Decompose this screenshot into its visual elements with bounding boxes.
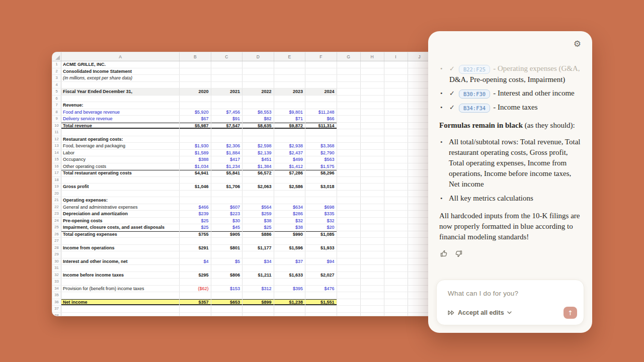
- cell-I2[interactable]: [384, 68, 408, 75]
- cell-G8[interactable]: [337, 109, 361, 116]
- cell-F15[interactable]: $563: [305, 156, 337, 163]
- column-header-E[interactable]: E: [274, 52, 306, 61]
- cell-A12[interactable]: Restaurant operating costs:: [61, 136, 180, 143]
- cell-C18[interactable]: [211, 177, 243, 184]
- cell-F10[interactable]: $11,314: [305, 123, 337, 129]
- row-number-21[interactable]: 21: [52, 197, 61, 204]
- cell-I35[interactable]: [384, 292, 408, 299]
- row-number-19[interactable]: 19: [52, 184, 61, 190]
- cell-C25[interactable]: $45: [211, 224, 243, 231]
- column-header-F[interactable]: F: [305, 52, 337, 61]
- cell-E15[interactable]: $499: [274, 156, 306, 163]
- cell-E31[interactable]: [274, 265, 306, 272]
- send-button[interactable]: ↑: [564, 307, 577, 319]
- cell-B7[interactable]: [180, 102, 211, 109]
- cell-H2[interactable]: [361, 68, 384, 75]
- cell-I27[interactable]: [384, 238, 408, 244]
- cell-F22[interactable]: $698: [305, 204, 337, 211]
- cell-I15[interactable]: [384, 156, 408, 163]
- cell-B29[interactable]: [180, 251, 211, 258]
- row-number-35[interactable]: 35: [52, 292, 61, 299]
- cell-C13[interactable]: $2,306: [211, 143, 243, 149]
- cell-G5[interactable]: [337, 88, 361, 95]
- cell-F7[interactable]: [305, 102, 337, 109]
- cell-F14[interactable]: $2,790: [305, 150, 337, 156]
- cell-E32[interactable]: $1,633: [274, 272, 306, 279]
- cell-C34[interactable]: $153: [211, 286, 243, 292]
- cell-A34[interactable]: Provision for (benefit from) income taxe…: [61, 286, 180, 292]
- cell-F1[interactable]: [305, 61, 337, 68]
- cell-G20[interactable]: [337, 191, 361, 197]
- cell-C33[interactable]: [211, 279, 243, 285]
- cell-C1[interactable]: [211, 61, 243, 68]
- cell-F30[interactable]: $94: [305, 258, 337, 265]
- cell-A9[interactable]: Delivery service revenue: [61, 116, 180, 122]
- row-number-37[interactable]: 37: [52, 306, 61, 312]
- cell-G21[interactable]: [337, 197, 361, 204]
- cell-A24[interactable]: Pre-opening costs: [61, 218, 180, 224]
- cell-A14[interactable]: Labor: [61, 150, 180, 156]
- accept-all-edits-button[interactable]: Accept all edits: [448, 309, 512, 316]
- cell-D35[interactable]: [243, 292, 274, 299]
- cell-E10[interactable]: $9,872: [274, 123, 306, 129]
- cell-A3[interactable]: (In millions, except per share data): [61, 75, 180, 81]
- select-all-corner[interactable]: [52, 52, 61, 61]
- cell-E13[interactable]: $2,938: [274, 143, 306, 149]
- cell-C21[interactable]: [211, 197, 243, 204]
- row-number-32[interactable]: 32: [52, 272, 61, 279]
- cell-E23[interactable]: $286: [274, 211, 306, 217]
- cell-E34[interactable]: $395: [274, 286, 306, 292]
- cell-E37[interactable]: [274, 306, 306, 312]
- cell-C15[interactable]: $417: [211, 156, 243, 163]
- row-number-6[interactable]: 6: [52, 96, 61, 102]
- row-number-28[interactable]: 28: [52, 245, 61, 251]
- row-number-7[interactable]: 7: [52, 102, 61, 109]
- cell-I21[interactable]: [384, 197, 408, 204]
- row-number-11[interactable]: 11: [52, 129, 61, 136]
- cell-A19[interactable]: Gross profit: [61, 184, 180, 190]
- cell-range-chip[interactable]: B34:F34: [459, 104, 490, 113]
- cell-A15[interactable]: Occupancy: [61, 156, 180, 163]
- cell-H16[interactable]: [361, 163, 384, 170]
- cell-I7[interactable]: [384, 102, 408, 109]
- thumbs-up-icon[interactable]: [439, 249, 448, 258]
- column-header-H[interactable]: H: [361, 52, 384, 61]
- row-number-24[interactable]: 24: [52, 218, 61, 224]
- cell-A25[interactable]: Impairment, closure costs, and asset dis…: [61, 224, 180, 231]
- cell-G23[interactable]: [337, 211, 361, 217]
- cell-C2[interactable]: [211, 68, 243, 75]
- cell-H3[interactable]: [361, 75, 384, 81]
- cell-F37[interactable]: [305, 306, 337, 312]
- row-number-30[interactable]: 30: [52, 258, 61, 265]
- cell-D22[interactable]: $564: [243, 204, 274, 211]
- cell-I3[interactable]: [384, 75, 408, 81]
- cell-H26[interactable]: [361, 231, 384, 238]
- cell-F8[interactable]: $11,248: [305, 109, 337, 116]
- row-number-20[interactable]: 20: [52, 191, 61, 197]
- cell-F9[interactable]: $66: [305, 116, 337, 122]
- cell-A6[interactable]: [61, 96, 180, 102]
- cell-C11[interactable]: [211, 129, 243, 136]
- cell-H30[interactable]: [361, 258, 384, 265]
- cell-A28[interactable]: Income from operations: [61, 245, 180, 251]
- cell-D12[interactable]: [243, 136, 274, 143]
- cell-D5[interactable]: 2022: [243, 88, 274, 95]
- cell-A38[interactable]: [61, 313, 180, 317]
- cell-G27[interactable]: [337, 238, 361, 244]
- cell-B33[interactable]: [180, 279, 211, 285]
- cell-H1[interactable]: [361, 61, 384, 68]
- row-number-29[interactable]: 29: [52, 251, 61, 258]
- cell-G7[interactable]: [337, 102, 361, 109]
- cell-E14[interactable]: $2,437: [274, 150, 306, 156]
- cell-A33[interactable]: [61, 279, 180, 285]
- cell-E28[interactable]: $1,596: [274, 245, 306, 251]
- cell-C19[interactable]: $1,706: [211, 184, 243, 190]
- cell-I12[interactable]: [384, 136, 408, 143]
- cell-H33[interactable]: [361, 279, 384, 285]
- cell-H37[interactable]: [361, 306, 384, 312]
- cell-C24[interactable]: $30: [211, 218, 243, 224]
- cell-H18[interactable]: [361, 177, 384, 184]
- cell-F19[interactable]: $3,018: [305, 184, 337, 190]
- cell-I33[interactable]: [384, 279, 408, 285]
- cell-B25[interactable]: $25: [180, 224, 211, 231]
